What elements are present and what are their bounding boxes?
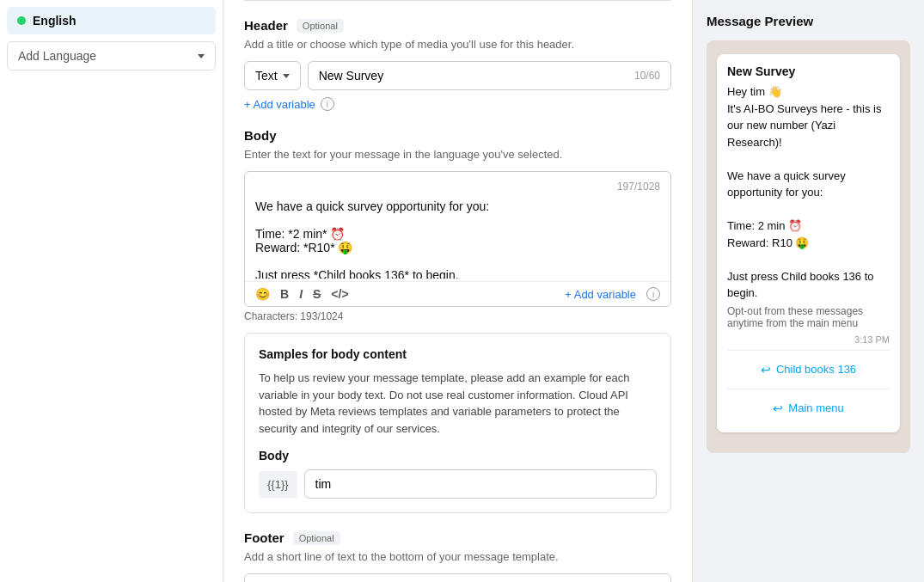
body-toolbar: 😊 B I S </> + Add variable i <box>245 281 670 306</box>
samples-box: Samples for body content To help us revi… <box>244 333 671 513</box>
bubble-time: 3:13 PM <box>727 334 890 345</box>
bubble-line4: We have a quick survey opportunity for y… <box>727 168 890 201</box>
bubble-button2-label: Main menu <box>788 401 843 414</box>
sample-body-label: Body <box>259 449 657 463</box>
italic-button[interactable]: I <box>299 287 303 301</box>
footer-optional-badge: Optional <box>293 531 340 545</box>
bubble-line2: It's AI-BO Surveys here - this is our ne… <box>727 101 890 151</box>
code-button[interactable]: </> <box>331 287 348 301</box>
type-select[interactable]: Text <box>244 61 301 90</box>
body-title: Body <box>244 128 277 143</box>
sample-input-row: {{1}} <box>259 469 657 499</box>
bubble-button-1[interactable]: ↩ Child books 136 <box>727 356 890 383</box>
sidebar: English Add Language <box>0 0 223 582</box>
body-info-icon[interactable]: i <box>646 287 660 301</box>
bubble-button1-label: Child books 136 <box>776 363 856 376</box>
body-textarea-header: 197/1028 <box>245 172 670 193</box>
sample-text-input[interactable] <box>304 469 657 499</box>
footer-title: Footer <box>244 530 285 545</box>
status-dot <box>17 16 26 25</box>
add-language-label: Add Language <box>18 49 96 63</box>
bubble-line1: Hey tim 👋 <box>727 83 890 101</box>
header-section: Header Optional Add a title or choose wh… <box>244 18 671 111</box>
body-char-display: 197/1028 <box>617 181 660 193</box>
chars-label: Characters: 193/1024 <box>244 310 343 322</box>
preview-panel: Message Preview New Survey Hey tim 👋 It'… <box>692 0 924 582</box>
header-char-count: 10/60 <box>634 70 660 82</box>
header-optional-badge: Optional <box>297 19 344 33</box>
bubble-footer-text: Opt-out from these messages anytime from… <box>727 305 890 329</box>
body-add-variable-label[interactable]: + Add variable <box>565 288 636 301</box>
top-divider <box>244 0 671 1</box>
add-language-select[interactable]: Add Language <box>7 41 216 70</box>
header-add-variable-row[interactable]: + Add variable i <box>244 97 671 111</box>
header-info-icon[interactable]: i <box>321 97 334 111</box>
reply-icon-2: ↩ <box>773 401 783 415</box>
header-text-field[interactable] <box>319 69 634 83</box>
bubble-divider-2 <box>727 389 890 389</box>
footer-section-header: Footer Optional <box>244 530 671 545</box>
variable-tag: {{1}} <box>259 471 297 498</box>
header-description: Add a title or choose which type of medi… <box>244 38 671 51</box>
body-section: Body Enter the text for your message in … <box>244 128 671 513</box>
header-title: Header <box>244 18 288 33</box>
chevron-down-icon <box>198 54 205 58</box>
message-bubble: New Survey Hey tim 👋 It's AI-BO Surveys … <box>717 54 900 432</box>
language-item-english[interactable]: English <box>7 7 216 34</box>
type-select-chevron-icon <box>283 74 290 78</box>
samples-desc: To help us review your message template,… <box>259 370 657 437</box>
whatsapp-preview: New Survey Hey tim 👋 It's AI-BO Surveys … <box>707 40 910 453</box>
preview-title: Message Preview <box>707 14 910 28</box>
header-add-variable-label: + Add variable <box>244 98 315 111</box>
bold-button[interactable]: B <box>280 287 289 301</box>
body-section-header: Body <box>244 128 671 143</box>
header-section-header: Header Optional <box>244 18 671 33</box>
bubble-title: New Survey <box>727 64 890 78</box>
bubble-body: Hey tim 👋 It's AI-BO Surveys here - this… <box>727 83 890 302</box>
chars-row: Characters: 193/1024 <box>244 310 671 322</box>
header-input-row: Text 10/60 <box>244 61 671 90</box>
reply-icon-1: ↩ <box>761 363 771 377</box>
header-text-input-wrapper: 10/60 <box>308 61 671 90</box>
bubble-line9: Just press Child books 136 to begin. <box>727 268 890 302</box>
body-textarea-wrapper: 197/1028 We have a quick survey opportun… <box>244 171 671 307</box>
type-select-label: Text <box>255 69 278 83</box>
emoji-button[interactable]: 😊 <box>255 287 270 301</box>
footer-input-wrapper: 54/60 <box>244 573 671 582</box>
bubble-divider-1 <box>727 350 890 351</box>
body-description: Enter the text for your message in the l… <box>244 148 671 161</box>
body-textarea[interactable]: We have a quick survey opportunity for y… <box>245 193 670 279</box>
footer-description: Add a short line of text to the bottom o… <box>244 550 671 563</box>
samples-title: Samples for body content <box>259 347 657 361</box>
language-label: English <box>33 14 76 28</box>
main-content: Header Optional Add a title or choose wh… <box>223 0 692 582</box>
bubble-line6: Time: 2 min ⏰ <box>727 217 890 235</box>
footer-section: Footer Optional Add a short line of text… <box>244 530 671 582</box>
strikethrough-button[interactable]: S <box>313 287 321 301</box>
bubble-button-2[interactable]: ↩ Main menu <box>727 395 890 422</box>
bubble-line7: Reward: R10 🤑 <box>727 235 890 252</box>
